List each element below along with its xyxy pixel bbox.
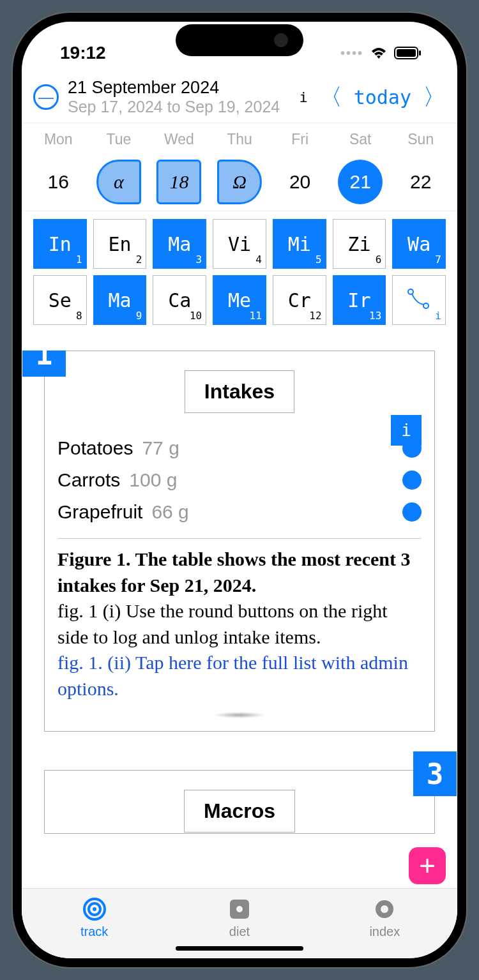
nutrient-tile[interactable]: Se8	[33, 275, 87, 325]
nutrient-tile[interactable]: Ir13	[333, 275, 386, 325]
day-name: Mon	[28, 131, 89, 148]
day-name: Sat	[330, 131, 391, 148]
figure-1-title: Intakes	[185, 370, 294, 413]
tab-track[interactable]: track	[22, 889, 167, 947]
today-button[interactable]: today	[354, 86, 411, 109]
intake-name: Carrots	[57, 469, 120, 491]
svg-point-11	[381, 905, 388, 913]
day-number[interactable]: 22	[399, 160, 443, 204]
svg-point-9	[236, 906, 243, 912]
day-name: Wed	[149, 131, 209, 148]
intake-row: Grapefruit66 g	[57, 496, 422, 528]
day-number[interactable]: α	[96, 160, 141, 204]
figure-3-badge: 3	[413, 751, 457, 796]
day-name: Tue	[89, 131, 149, 148]
index-icon	[372, 896, 397, 922]
nutrient-tile[interactable]: En2	[93, 219, 147, 269]
tab-index[interactable]: index	[312, 889, 457, 947]
screen: 19:12 •••• — 21 September 2024 Sep 17, 2…	[22, 22, 457, 958]
nutrient-tiles: In1En2Ma3Vi4Mi5Zi6Wa7Se8Ma9Ca10Me11Cr12I…	[22, 219, 457, 325]
notch	[176, 24, 303, 56]
nutrient-tile[interactable]: Mi5	[273, 219, 326, 269]
day-column[interactable]: Mon16	[28, 131, 89, 204]
intake-amount: 66 g	[151, 501, 188, 523]
header: — 21 September 2024 Sep 17, 2024 to Sep …	[22, 73, 457, 123]
figure-1-full-list-link[interactable]: fig. 1. (ii) Tap here for the full list …	[57, 650, 422, 702]
tile-index: 10	[190, 310, 202, 322]
tile-index: 2	[136, 253, 142, 266]
day-column[interactable]: Fri20	[270, 131, 330, 204]
nutrient-tile[interactable]: Wa7	[392, 219, 446, 269]
prev-chevron-icon[interactable]: 〈	[319, 82, 342, 113]
cellular-dots-icon: ••••	[340, 46, 363, 61]
nutrient-tile[interactable]: Cr12	[273, 275, 326, 325]
add-fab-button[interactable]: +	[409, 847, 446, 884]
day-column[interactable]: Sun22	[390, 131, 451, 204]
day-column[interactable]: Sat21	[330, 131, 391, 204]
intake-amount: 77 g	[142, 437, 179, 459]
track-icon	[82, 896, 107, 922]
header-date-range: Sep 17, 2024 to Sep 19, 2024	[68, 98, 299, 116]
day-number[interactable]: 21	[338, 160, 383, 204]
intake-name: Potatoes	[57, 437, 133, 459]
tile-index: 7	[435, 253, 441, 266]
nutrient-tile[interactable]: Vi4	[213, 219, 266, 269]
svg-rect-1	[397, 49, 416, 57]
battery-icon	[394, 46, 422, 60]
intake-row: Carrots100 g	[57, 464, 422, 496]
nutrient-tile[interactable]: Zi6	[333, 219, 386, 269]
tile-index: 5	[316, 253, 322, 266]
tile-index: 11	[250, 310, 262, 322]
tab-label: track	[80, 924, 108, 939]
day-number[interactable]: 18	[156, 160, 201, 204]
tile-index: 8	[76, 310, 82, 322]
day-number[interactable]: 20	[278, 160, 323, 204]
svg-point-4	[423, 303, 429, 308]
figure-intakes: 1 Intakes i Potatoes77 gCarrots100 gGrap…	[44, 351, 435, 732]
chart-tile[interactable]: i	[392, 275, 446, 325]
tab-diet[interactable]: diet	[167, 889, 312, 947]
figure-3-title: Macros	[184, 790, 295, 833]
day-column[interactable]: Wed18	[149, 131, 209, 204]
tile-index: 9	[136, 310, 142, 322]
next-chevron-icon[interactable]: 〉	[423, 82, 446, 113]
nutrient-tile[interactable]: In1	[33, 219, 87, 269]
intake-name: Grapefruit	[57, 501, 142, 523]
day-name: Fri	[270, 131, 330, 148]
day-column[interactable]: ThuΩ	[209, 131, 270, 204]
tab-label: diet	[229, 924, 250, 939]
wifi-icon	[370, 46, 388, 60]
tile-index: 1	[76, 253, 82, 266]
day-number[interactable]: Ω	[217, 160, 262, 204]
intake-amount: 100 g	[129, 469, 177, 491]
home-indicator[interactable]	[176, 946, 303, 951]
nutrient-tile[interactable]: Ma3	[153, 219, 206, 269]
day-name: Thu	[209, 131, 270, 148]
header-date: 21 September 2024	[68, 78, 299, 98]
day-name: Sun	[390, 131, 451, 148]
status-time: 19:12	[60, 43, 106, 63]
content-area: 1 Intakes i Potatoes77 gCarrots100 gGrap…	[22, 351, 457, 888]
nutrient-tile[interactable]: Ma9	[93, 275, 147, 325]
figure-1-caption: Figure 1. The table shows the most recen…	[57, 538, 422, 702]
day-number[interactable]: 16	[36, 160, 80, 204]
tab-label: index	[369, 924, 400, 939]
nutrient-tile[interactable]: Me11	[213, 275, 266, 325]
intake-row: Potatoes77 g	[57, 432, 422, 464]
collapse-icon[interactable]: —	[33, 84, 59, 110]
log-toggle-button[interactable]	[402, 502, 422, 522]
day-column[interactable]: Tueα	[89, 131, 149, 204]
figure-1-badge: 1	[22, 351, 66, 377]
tile-index: 13	[369, 310, 381, 322]
figure-macros: 3 Macros	[44, 770, 435, 834]
figure-1-info-button[interactable]: i	[391, 415, 422, 446]
tile-index: 3	[196, 253, 202, 266]
nutrient-tile[interactable]: Ca10	[153, 275, 206, 325]
svg-rect-2	[419, 50, 421, 56]
info-icon[interactable]: i	[299, 89, 307, 105]
tile-index: 12	[309, 310, 321, 322]
log-toggle-button[interactable]	[402, 471, 422, 490]
week-strip: Mon16TueαWed18ThuΩFri20Sat21Sun22	[22, 123, 457, 211]
tile-index: 6	[376, 253, 382, 266]
diet-icon	[227, 896, 252, 922]
